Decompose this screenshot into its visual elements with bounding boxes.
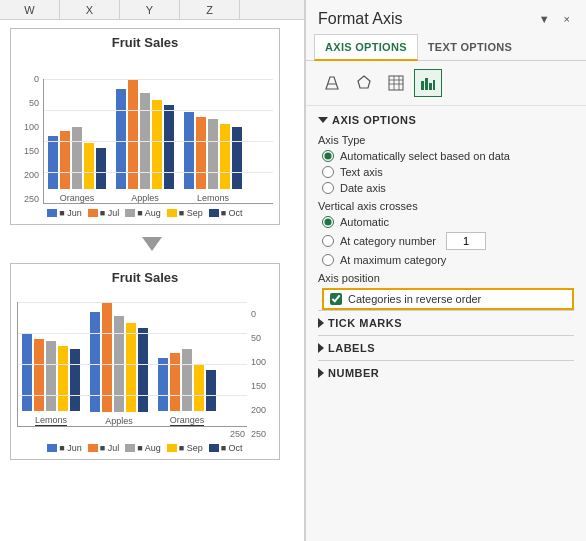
icon-row (306, 61, 586, 106)
svg-rect-8 (429, 83, 432, 90)
panel-body: AXIS OPTIONS Axis Type Automatically sel… (306, 106, 586, 541)
collapse-panel-button[interactable]: ▼ (535, 11, 554, 27)
number-triangle-icon (318, 368, 324, 378)
axis-position-label: Axis position (318, 272, 574, 284)
chart2-area: Lemons App (17, 289, 273, 439)
radio-automatic-label: Automatic (340, 216, 389, 228)
pentagon-icon (356, 75, 372, 91)
table-icon (388, 75, 404, 91)
radio-date-label: Date axis (340, 182, 386, 194)
radio-auto-select[interactable]: Automatically select based on data (322, 150, 574, 162)
radio-text-input[interactable] (322, 166, 334, 178)
paint-bucket-button[interactable] (318, 69, 346, 97)
radio-text-axis[interactable]: Text axis (322, 166, 574, 178)
number-title: NUMBER (328, 367, 379, 379)
svg-rect-7 (425, 78, 428, 90)
tab-text-options[interactable]: TEXT OPTIONS (418, 34, 522, 60)
chart1-container: Fruit Sales 250 200 150 100 50 0 (0, 20, 304, 233)
radio-max-label: At maximum category (340, 254, 446, 266)
col-header-z: Z (180, 0, 240, 19)
chart2-title: Fruit Sales (17, 270, 273, 285)
paint-bucket-icon (324, 75, 340, 91)
column-headers: W X Y Z (0, 0, 304, 20)
radio-automatic-input[interactable] (322, 216, 334, 228)
radio-date-input[interactable] (322, 182, 334, 194)
axis-type-label: Axis Type (318, 134, 574, 146)
table-button[interactable] (382, 69, 410, 97)
radio-text-label: Text axis (340, 166, 383, 178)
svg-rect-1 (389, 76, 403, 90)
axis-type-radio-group: Automatically select based on data Text … (322, 150, 574, 194)
radio-date-axis[interactable]: Date axis (322, 182, 574, 194)
panel-controls: ▼ × (535, 11, 574, 27)
down-arrow-icon (142, 237, 162, 251)
col-header-w: W (0, 0, 60, 19)
section-triangle-icon (318, 117, 328, 123)
crosses-radio-group: Automatic At category number At maximum … (322, 216, 574, 266)
radio-category-input[interactable] (322, 235, 334, 247)
svg-rect-9 (433, 80, 435, 90)
bar-chart-button[interactable] (414, 69, 442, 97)
number-section[interactable]: NUMBER (318, 360, 574, 385)
panel-header: Format Axis ▼ × (306, 0, 586, 34)
axis-options-section-header[interactable]: AXIS OPTIONS (318, 114, 574, 126)
spreadsheet-content: Fruit Sales 250 200 150 100 50 0 (0, 20, 304, 541)
labels-title: LABELS (328, 342, 375, 354)
vertical-crosses-label: Vertical axis crosses (318, 200, 574, 212)
format-axis-panel: Format Axis ▼ × AXIS OPTIONS TEXT OPTION… (305, 0, 586, 541)
close-panel-button[interactable]: × (560, 11, 574, 27)
bar-group-oranges: Oranges (48, 127, 106, 203)
chart1-box[interactable]: Fruit Sales 250 200 150 100 50 0 (10, 28, 280, 225)
bar-chart-icon (420, 75, 436, 91)
radio-auto-label: Automatically select based on data (340, 150, 510, 162)
radio-max-input[interactable] (322, 254, 334, 266)
chart2-container: Fruit Sales (0, 255, 304, 468)
radio-auto-select-input[interactable] (322, 150, 334, 162)
down-arrow-area (0, 233, 304, 255)
chart1-legend: ■ Jun ■ Jul ■ Aug ■ Sep ■ Oct (17, 208, 273, 218)
axis-options-section-title: AXIS OPTIONS (332, 114, 416, 126)
tab-axis-options[interactable]: AXIS OPTIONS (314, 34, 418, 61)
spreadsheet-panel: W X Y Z Fruit Sales 250 200 150 100 50 0 (0, 0, 305, 541)
labels-triangle-icon (318, 343, 324, 353)
chart1-area: 250 200 150 100 50 0 (17, 54, 273, 204)
col-header-x: X (60, 0, 120, 19)
bar-group2-lemons: Lemons (22, 334, 80, 426)
radio-automatic[interactable]: Automatic (322, 216, 574, 228)
panel-title: Format Axis (318, 10, 402, 28)
tick-marks-title: TICK MARKS (328, 317, 402, 329)
pentagon-button[interactable] (350, 69, 378, 97)
radio-max-category[interactable]: At maximum category (322, 254, 574, 266)
chart2-legend: ■ Jun ■ Jul ■ Aug ■ Sep ■ Oct (17, 443, 273, 453)
svg-rect-6 (421, 81, 424, 90)
bar-group-lemons: Lemons (184, 112, 242, 203)
labels-section[interactable]: LABELS (318, 335, 574, 360)
categories-reverse-checkbox[interactable] (330, 293, 342, 305)
col-header-y: Y (120, 0, 180, 19)
radio-category-label: At category number (340, 235, 436, 247)
bar-group2-oranges: Oranges (158, 349, 216, 426)
categories-reverse-label: Categories in reverse order (348, 293, 481, 305)
tick-marks-triangle-icon (318, 318, 324, 328)
radio-category-number[interactable]: At category number (322, 232, 574, 250)
categories-reverse-checkbox-label[interactable]: Categories in reverse order (322, 288, 574, 310)
tick-marks-section[interactable]: TICK MARKS (318, 310, 574, 335)
category-number-input[interactable] (446, 232, 486, 250)
chart1-title: Fruit Sales (17, 35, 273, 50)
chart1-y-axis: 250 200 150 100 50 0 (17, 74, 39, 204)
tab-row: AXIS OPTIONS TEXT OPTIONS (306, 34, 586, 61)
chart2-y-axis: 250 200 150 100 50 0 (251, 309, 273, 439)
svg-marker-0 (358, 76, 370, 88)
chart2-box[interactable]: Fruit Sales (10, 263, 280, 460)
